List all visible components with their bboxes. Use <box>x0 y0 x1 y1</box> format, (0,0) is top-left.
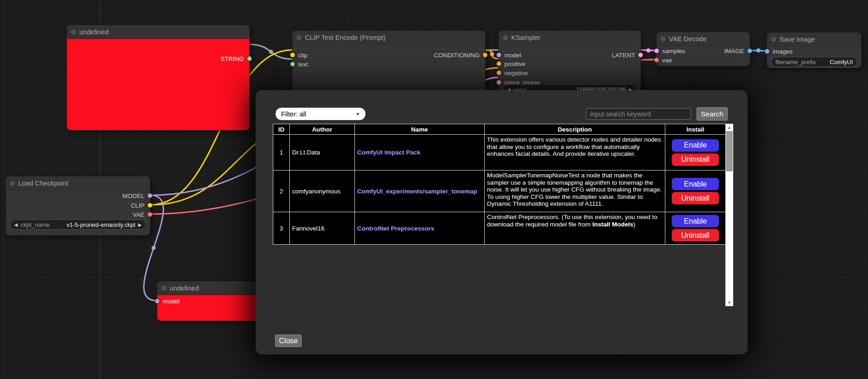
cell-author: Fannovel16 <box>290 212 355 245</box>
search-input[interactable] <box>586 108 691 120</box>
filename-prefix-widget[interactable]: filename_prefix ComfyUI <box>771 57 857 67</box>
cell-author: comfyanonymous <box>290 170 355 212</box>
extension-link[interactable]: ControlNet Preprocessors <box>355 212 485 245</box>
clip-slot-icon <box>148 203 152 208</box>
model-slot-icon <box>155 299 160 303</box>
node-title: undefined <box>79 28 109 36</box>
model-slot-icon <box>497 53 501 57</box>
scroll-up-arrow-icon[interactable]: ▲ <box>725 124 733 131</box>
cell-description: ControlNet Preprocessors. (To use this e… <box>485 212 665 245</box>
scroll-down-arrow-icon[interactable]: ▼ <box>725 299 733 306</box>
header-name: Name <box>355 124 485 135</box>
output-slot-string[interactable]: STRING <box>221 54 252 63</box>
cell-install: Enable Uninstall <box>665 170 726 212</box>
enable-button[interactable]: Enable <box>672 215 719 227</box>
model-slot-icon <box>148 193 152 198</box>
extension-link[interactable]: ComfyUI_experiments/sampler_tonemap <box>355 170 485 212</box>
image-slot-icon <box>747 49 752 53</box>
node-load-checkpoint[interactable]: Load Checkpoint MODEL CLIP VAE ◀ ckpt_na… <box>6 176 150 236</box>
vae-slot-icon <box>654 58 659 62</box>
table-scrollbar[interactable]: ▲ ▼ <box>725 124 733 306</box>
latent-slot-icon <box>638 53 643 57</box>
extension-link[interactable]: ComfyUI Impact Pack <box>355 135 485 170</box>
collapse-dot-icon[interactable] <box>661 37 665 41</box>
output-slot-image[interactable]: IMAGE <box>724 46 752 55</box>
cell-install: Enable Uninstall <box>665 212 726 245</box>
output-slot-latent[interactable]: LATENT <box>612 50 643 60</box>
image-slot-icon <box>765 49 769 54</box>
node-vae-decode[interactable]: VAE Decode samples vae IMAGE <box>656 32 750 66</box>
conditioning-slot-icon <box>497 71 501 75</box>
table-row: 3 Fannovel16 ControlNet Preprocessors Co… <box>273 212 726 245</box>
conditioning-slot-icon <box>497 61 501 66</box>
node-title: KSampler <box>511 34 541 41</box>
collapse-dot-icon[interactable] <box>503 35 508 40</box>
collapse-dot-icon[interactable] <box>297 35 301 40</box>
input-slot-negative[interactable]: negative <box>497 68 528 77</box>
clip-slot-icon <box>290 53 295 57</box>
extension-manager-dialog: Filter: all ▼ Search ID Author Name Desc… <box>256 90 747 354</box>
previous-arrow-icon[interactable]: ◀ <box>14 222 18 227</box>
input-slot-vae[interactable]: vae <box>654 55 672 65</box>
node-ksampler[interactable]: KSampler model positive negative latent_… <box>498 30 641 99</box>
input-slot-clip[interactable]: clip <box>290 50 307 60</box>
cell-author: Dr.Lt.Data <box>290 135 355 170</box>
input-slot-samples[interactable]: samples <box>654 46 685 55</box>
latent-slot-icon <box>654 49 659 53</box>
string-slot-icon <box>247 56 252 61</box>
input-slot-model[interactable]: model <box>497 50 521 60</box>
cell-description: ModelSamplerTonemapNoiseTest a node that… <box>485 170 665 212</box>
output-slot-vae[interactable]: VAE <box>133 210 152 219</box>
table-header-row: ID Author Name Description Install <box>273 124 726 135</box>
node-title: Save Image <box>780 36 815 43</box>
select-caret-icon: ▼ <box>356 112 360 116</box>
node-title: undefined <box>170 285 199 292</box>
scrollbar-thumb[interactable] <box>726 131 733 171</box>
header-id: ID <box>273 124 290 135</box>
vae-slot-icon <box>148 212 152 217</box>
cell-id: 3 <box>273 212 290 245</box>
header-author: Author <box>290 124 355 135</box>
collapse-dot-icon[interactable] <box>161 286 166 291</box>
enable-button[interactable]: Enable <box>672 139 719 152</box>
ckpt-name-widget[interactable]: ◀ ckpt_name v1-5-pruned-emaonly.ckpt ▶ <box>10 220 146 230</box>
node-undefined-top[interactable]: undefined STRING <box>66 25 250 131</box>
collapse-dot-icon[interactable] <box>10 181 15 186</box>
table-row: 2 comfyanonymous ComfyUI_experiments/sam… <box>273 170 726 212</box>
input-slot-text[interactable]: text <box>290 60 308 69</box>
node-title: VAE Decode <box>669 35 707 43</box>
output-slot-conditioning[interactable]: CONDITIONING <box>434 50 487 60</box>
output-slot-model[interactable]: MODEL <box>122 191 152 200</box>
filter-select[interactable]: Filter: all ▼ <box>276 108 365 120</box>
cell-id: 2 <box>273 170 290 212</box>
node-save-image[interactable]: Save Image images filename_prefix ComfyU… <box>767 32 862 68</box>
search-button[interactable]: Search <box>697 107 728 121</box>
node-title: Load Checkpoint <box>18 180 68 187</box>
collapse-dot-icon[interactable] <box>771 37 776 42</box>
header-install: Install <box>665 124 726 135</box>
filter-select-value: Filter: all <box>281 110 306 118</box>
latent-slot-icon <box>497 80 501 85</box>
string-slot-icon <box>290 62 295 66</box>
collapse-dot-icon[interactable] <box>71 30 76 34</box>
uninstall-button[interactable]: Uninstall <box>672 192 719 204</box>
input-slot-model[interactable]: model <box>155 297 180 306</box>
enable-button[interactable]: Enable <box>672 178 719 190</box>
input-slot-positive[interactable]: positive <box>497 59 525 68</box>
header-description: Description <box>485 124 665 135</box>
install-models-bold-text: Install Models <box>592 221 633 228</box>
cell-description: This extension offers various detector n… <box>485 135 665 170</box>
uninstall-button[interactable]: Uninstall <box>672 154 719 166</box>
output-slot-clip[interactable]: CLIP <box>131 201 152 210</box>
input-slot-images[interactable]: images <box>765 47 793 56</box>
uninstall-button[interactable]: Uninstall <box>672 229 719 242</box>
node-title: CLIP Text Encode (Prompt) <box>305 34 386 41</box>
next-arrow-icon[interactable]: ▶ <box>138 222 142 227</box>
extensions-table: ID Author Name Description Install 1 Dr.… <box>273 124 726 245</box>
cell-install: Enable Uninstall <box>665 135 726 170</box>
conditioning-slot-icon <box>483 53 487 57</box>
close-button[interactable]: Close <box>275 335 302 347</box>
table-row: 1 Dr.Lt.Data ComfyUI Impact Pack This ex… <box>273 135 726 170</box>
node-undefined-bottom[interactable]: undefined model <box>157 281 262 321</box>
cell-id: 1 <box>273 135 290 170</box>
